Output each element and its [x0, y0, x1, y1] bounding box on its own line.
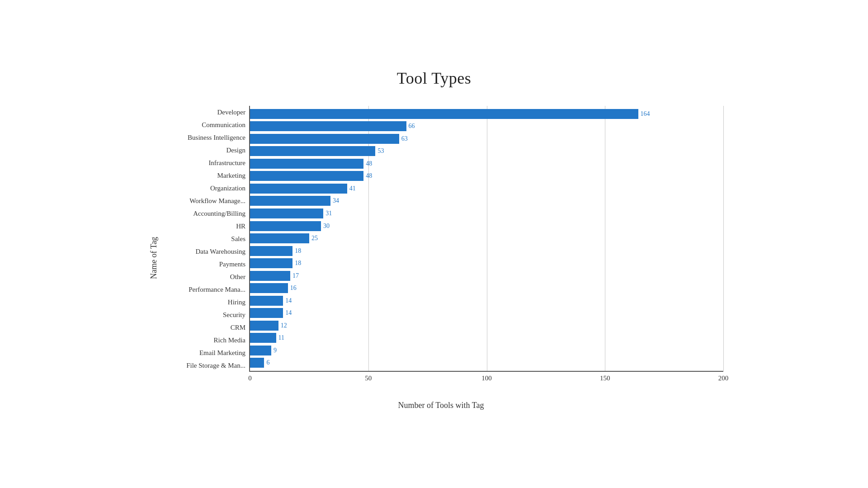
bar-row: 30: [250, 220, 723, 232]
bar-row: 18: [250, 245, 723, 257]
bar-label: Infrastructure: [208, 156, 245, 169]
bar-label: Accounting/Billing: [193, 207, 245, 220]
bar-value: 18: [295, 260, 301, 267]
x-axis-tick: 50: [365, 374, 372, 382]
bar-label: Hiring: [228, 296, 245, 308]
bar-fill: [250, 184, 347, 194]
bar-label: Performance Mana...: [189, 283, 245, 296]
chart-container: Tool Types Name of Tag DeveloperCommunic…: [118, 51, 750, 437]
chart-area: Name of Tag DeveloperCommunicationBusine…: [145, 106, 723, 410]
bar-row: 25: [250, 232, 723, 245]
bar-fill: [250, 196, 330, 206]
chart-body: DeveloperCommunicationBusiness Intellige…: [159, 106, 723, 410]
bar-label: Rich Media: [214, 334, 245, 346]
bar-value: 12: [281, 322, 287, 329]
bar-fill: [250, 233, 309, 243]
bar-fill: [250, 246, 292, 256]
bar-label: Workflow Manage...: [189, 194, 245, 207]
bar-fill: [250, 321, 278, 331]
x-axis-tick: 200: [718, 374, 729, 382]
bar-fill: [250, 258, 292, 268]
bar-label: Marketing: [217, 169, 245, 182]
bar-fill: [250, 346, 271, 355]
bar-row: 16: [250, 282, 723, 294]
y-axis-label: Name of Tag: [145, 106, 159, 410]
bar-row: 41: [250, 182, 723, 195]
x-axis-tick: 150: [600, 374, 610, 382]
grid-line: [723, 106, 724, 371]
bar-value: 53: [377, 147, 384, 155]
bar-fill: [250, 221, 321, 231]
bar-row: 53: [250, 145, 723, 158]
bar-label: Developer: [217, 106, 245, 118]
bar-value: 30: [323, 223, 330, 230]
bar-label: File Storage & Man...: [186, 359, 245, 372]
bar-fill: [250, 333, 276, 343]
bar-fill: [250, 271, 290, 281]
bar-fill: [250, 146, 375, 156]
bar-row: 66: [250, 120, 723, 133]
bar-row: 48: [250, 157, 723, 170]
bar-row: 34: [250, 195, 723, 208]
bar-row: 63: [250, 133, 723, 145]
bar-fill: [250, 208, 323, 218]
bar-value: 48: [366, 160, 372, 167]
bar-value: 41: [349, 185, 356, 192]
x-axis-ticks: 050100150200: [250, 372, 723, 384]
x-axis-tick: 100: [481, 374, 492, 382]
bar-label: Payments: [219, 258, 245, 270]
x-axis-label: Number of Tools with Tag: [159, 401, 723, 410]
bar-fill: [250, 283, 288, 293]
bar-value: 16: [290, 284, 297, 292]
bar-value: 164: [641, 110, 650, 118]
bar-labels: DeveloperCommunicationBusiness Intellige…: [159, 106, 249, 372]
bar-row: 6: [250, 357, 723, 370]
bar-value: 25: [311, 235, 318, 242]
bar-fill: [250, 171, 363, 181]
bar-label: Data Warehousing: [195, 245, 245, 258]
bar-value: 66: [409, 123, 415, 130]
bar-row: 12: [250, 319, 723, 332]
bar-row: 18: [250, 257, 723, 270]
bar-fill: [250, 296, 283, 306]
bar-row: 9: [250, 344, 723, 357]
bar-label: Email Marketing: [199, 346, 245, 359]
bar-value: 14: [285, 309, 292, 317]
bar-fill: [250, 134, 399, 144]
bar-label: HR: [236, 220, 245, 232]
bar-fill: [250, 109, 638, 119]
chart-title: Tool Types: [145, 69, 723, 88]
bar-fill: [250, 121, 406, 131]
bar-value: 63: [401, 135, 408, 142]
bar-value: 18: [295, 247, 301, 255]
bar-row: 31: [250, 207, 723, 220]
bar-row: 17: [250, 270, 723, 282]
bar-label: Other: [230, 270, 245, 283]
bar-row: 164: [250, 108, 723, 120]
bar-value: 34: [333, 197, 339, 204]
bar-label: CRM: [231, 321, 245, 334]
bar-label: Communication: [202, 118, 245, 131]
bar-value: 6: [266, 359, 269, 366]
bar-value: 31: [326, 210, 332, 217]
bar-row: 14: [250, 307, 723, 320]
bar-label: Security: [223, 308, 245, 321]
bar-row: 48: [250, 170, 723, 183]
bars-area: 1646663534848413431302518181716141412119…: [249, 106, 723, 372]
bar-label: Design: [226, 144, 246, 156]
x-axis-tick: 0: [248, 374, 252, 382]
bar-label: Organization: [210, 182, 245, 194]
bar-label: Sales: [231, 232, 245, 245]
bar-label: Business Intelligence: [188, 131, 245, 144]
bars-list: 1646663534848413431302518181716141412119…: [250, 106, 723, 371]
bars-and-grid: DeveloperCommunicationBusiness Intellige…: [159, 106, 723, 372]
bar-fill: [250, 159, 363, 169]
bar-value: 14: [285, 297, 292, 304]
bar-row: 11: [250, 332, 723, 345]
bar-value: 11: [278, 334, 284, 341]
bar-value: 17: [292, 272, 299, 280]
bar-row: 14: [250, 294, 723, 307]
bar-fill: [250, 358, 264, 368]
bar-value: 9: [274, 347, 277, 354]
bar-value: 48: [366, 172, 372, 180]
